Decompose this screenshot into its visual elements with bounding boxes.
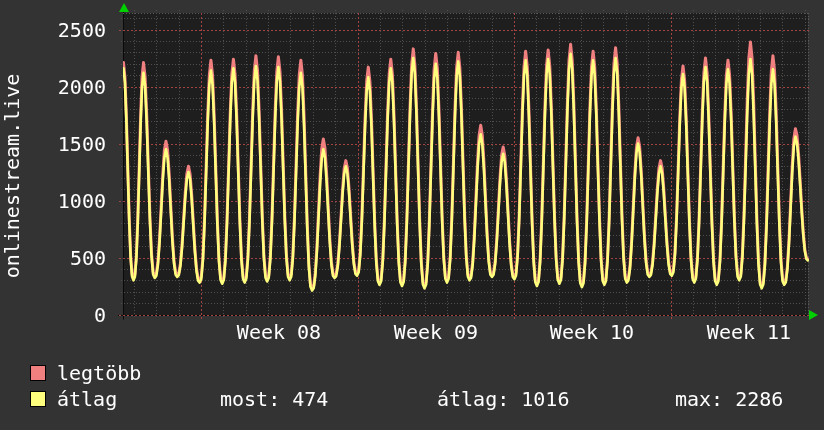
legend-label-legtobb: legtöbb [57,363,141,383]
stat-most: most: 474 [220,389,328,409]
week-label: Week 08 [209,322,349,342]
stat-atlag: átlag: 1016 [437,389,569,409]
week-label: Week 11 [679,322,819,342]
week-label: Week 09 [366,322,506,342]
legend-swatch-atlag [30,391,46,407]
y-tick-label: 1500 [0,134,106,154]
legend-label-atlag: átlag [57,389,117,409]
week-label: Week 10 [522,322,662,342]
munin-graph-panel: onlinestream.live 25002000150010005000 W… [0,0,824,430]
y-tick-label: 2500 [0,20,106,40]
y-axis-arrow-up-icon [119,3,129,12]
x-axis-arrow-right-icon [809,310,818,320]
y-tick-label: 2000 [0,77,106,97]
legend-swatch-legtobb [30,365,46,381]
y-axis-title: onlinestream.live [0,25,24,327]
y-tick-label: 0 [0,305,106,325]
y-tick-label: 1000 [0,191,106,211]
stat-max: max: 2286 [675,389,783,409]
y-tick-label: 500 [0,248,106,268]
